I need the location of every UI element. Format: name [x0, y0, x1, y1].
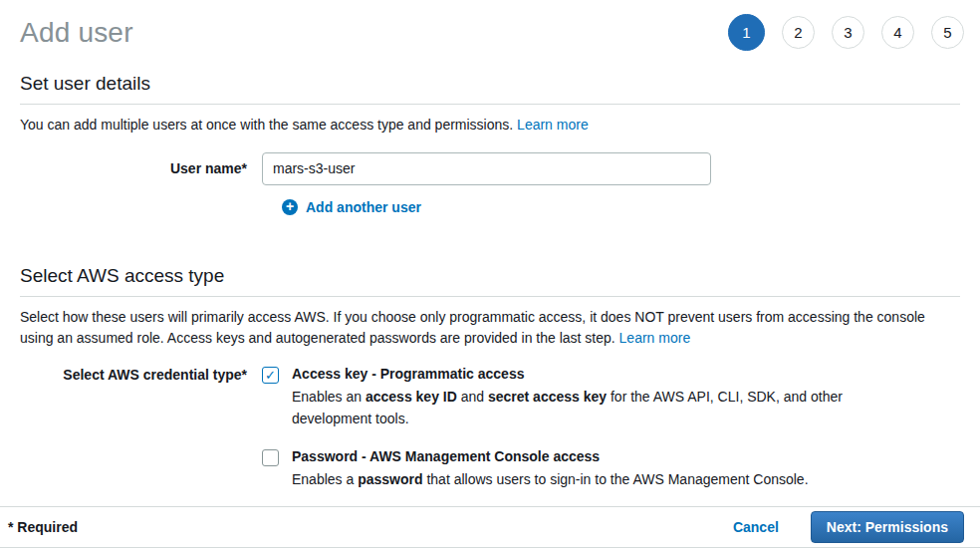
username-row: User name* [20, 152, 960, 185]
credential-options: ✓ Access key - Programmatic access Enabl… [262, 366, 845, 490]
access-key-checkbox[interactable]: ✓ [262, 367, 279, 384]
step-2-indicator: 2 [782, 16, 815, 49]
username-input[interactable] [262, 152, 711, 185]
credential-type-label: Select AWS credential type* [20, 366, 262, 383]
section-divider [20, 296, 960, 297]
step-3-indicator: 3 [832, 16, 864, 49]
section-divider [20, 104, 960, 105]
desc-text: and [457, 389, 488, 405]
access-key-option-title: Access key - Programmatic access [292, 366, 845, 382]
add-another-user-link[interactable]: + Add another user [282, 199, 960, 215]
password-option-text: Password - AWS Management Console access… [292, 448, 809, 490]
access-key-option-desc: Enables an access key ID and secret acce… [292, 386, 845, 430]
page-header: Add user 1 2 3 4 5 [0, 0, 980, 59]
add-another-user-label: Add another user [306, 199, 421, 215]
desc-bold: password [358, 471, 422, 487]
password-checkbox[interactable]: ✓ [262, 449, 279, 466]
access-type-section: Select AWS access type Select how these … [0, 265, 980, 491]
set-user-details-section: Set user details You can add multiple us… [0, 73, 980, 215]
desc-text: Enables a [292, 471, 358, 487]
cancel-button[interactable]: Cancel [733, 519, 779, 535]
learn-more-link[interactable]: Learn more [517, 117, 589, 133]
desc-text: that allows users to sign-in to the AWS … [423, 471, 809, 487]
learn-more-link[interactable]: Learn more [619, 330, 691, 346]
page-title: Add user [20, 17, 133, 49]
user-details-intro-text: You can add multiple users at once with … [20, 117, 513, 133]
checkmark-icon: ✓ [265, 369, 276, 382]
step-4-indicator: 4 [881, 16, 914, 49]
password-option-desc: Enables a password that allows users to … [292, 468, 809, 490]
step-1-indicator: 1 [728, 14, 765, 51]
credential-type-row: Select AWS credential type* ✓ Access key… [20, 366, 960, 490]
access-key-option: ✓ Access key - Programmatic access Enabl… [262, 366, 845, 430]
desc-bold: secret access key [488, 389, 607, 405]
access-type-intro: Select how these users will primarily ac… [20, 307, 960, 350]
next-permissions-button[interactable]: Next: Permissions [811, 511, 964, 543]
desc-text: Enables an [292, 389, 366, 405]
footer-actions: Cancel Next: Permissions [733, 511, 964, 543]
access-type-heading: Select AWS access type [20, 265, 960, 287]
access-key-option-text: Access key - Programmatic access Enables… [292, 366, 845, 430]
username-label: User name* [20, 152, 262, 176]
user-details-intro: You can add multiple users at once with … [20, 115, 960, 137]
password-option: ✓ Password - AWS Management Console acce… [262, 448, 845, 490]
desc-bold: access key ID [366, 389, 457, 405]
set-user-details-heading: Set user details [20, 73, 960, 95]
plus-circle-icon: + [282, 199, 298, 215]
step-5-indicator: 5 [931, 16, 964, 49]
required-note: * Required [8, 519, 78, 535]
wizard-footer: * Required Cancel Next: Permissions [0, 506, 980, 548]
password-option-title: Password - AWS Management Console access [292, 448, 809, 464]
access-type-intro-text: Select how these users will primarily ac… [20, 309, 925, 347]
wizard-step-indicator: 1 2 3 4 5 [728, 14, 964, 51]
